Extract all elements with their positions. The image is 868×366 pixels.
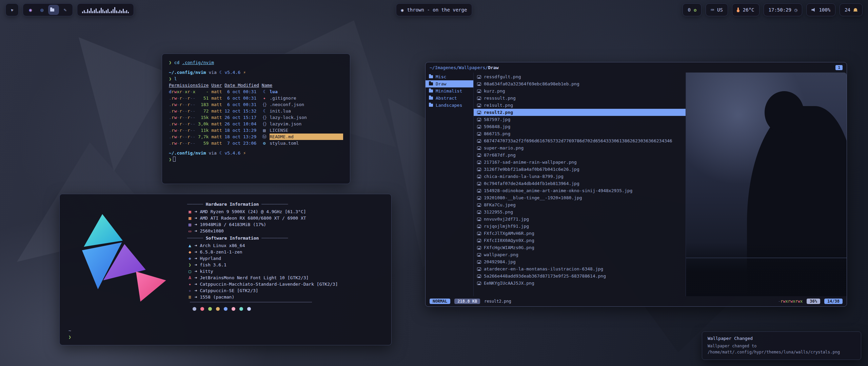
fm-file-row[interactable]: 154928-odinokoe_anime-art-anime-okno-sin… — [474, 187, 686, 194]
lua-version: v5.4.6 — [224, 150, 240, 156]
file-manager-body: Misc Draw Minimalist Abstract — [426, 73, 847, 296]
fm-file-row[interactable]: 19201080-__blue-tinge__-1920×1080.jpg — [474, 194, 686, 201]
image-file-icon — [477, 104, 481, 107]
fetch-section: Software Information ➜Arch Linux x86_64➜… — [187, 235, 338, 300]
visualizer-bar — [84, 10, 85, 13]
media-player-widget[interactable]: ◉ thrown - on the verge — [396, 3, 472, 16]
image-file-icon — [477, 239, 481, 242]
fm-file-row[interactable]: re1sult.png — [474, 102, 686, 109]
clock-widget[interactable]: 17:50:29 ◷ — [764, 3, 803, 16]
filetype-icon — [262, 127, 267, 134]
updates-widget[interactable]: 0 ✿ — [683, 3, 702, 16]
sidebar-folder-item[interactable]: Misc — [426, 73, 473, 80]
fm-file-row[interactable]: 08a634fa02a32364f69ebc86a98eb1eb.png — [474, 80, 686, 87]
file-owner: matt — [211, 88, 222, 95]
temperature-widget[interactable]: 26°C — [732, 3, 760, 16]
image-file-icon — [477, 139, 481, 143]
visualizer-bar — [92, 11, 93, 13]
folder-icon — [429, 75, 433, 78]
visualizer-bar — [104, 11, 105, 13]
image-file-icon — [477, 111, 481, 114]
fm-file-row[interactable]: 5a266e448add93deab367d87173e9f25-6837886… — [474, 272, 686, 280]
arrow-icon: ➜ — [195, 281, 197, 287]
file-permissions: .rw-r--r-- — [169, 140, 195, 146]
fm-file-row[interactable]: 596848.jpg — [474, 123, 686, 130]
image-file-icon — [477, 203, 481, 207]
fm-file-row[interactable]: kurz.png — [474, 87, 686, 95]
file-date: 6 oct 00:31 — [224, 95, 259, 101]
fm-file-row[interactable]: 866715.png — [474, 130, 686, 137]
fm-file-row[interactable]: 20492984.jpg — [474, 258, 686, 265]
sidebar-folder-item[interactable]: Minimalist — [426, 87, 473, 95]
workspace-1[interactable]: ◉ — [25, 5, 36, 15]
info-text: kitty — [200, 268, 213, 274]
palette-dot — [224, 307, 228, 311]
fm-file-row[interactable]: 8FKa7Cu.jpeg — [474, 201, 686, 208]
file-permissions: .rw-r--r-- — [169, 121, 195, 127]
filetype-icon — [262, 95, 267, 101]
section-items: ➜Arch Linux x86_64➜6.5.8-zen1-1-zen➜Hypr… — [187, 242, 338, 300]
music-title: thrown - on the verge — [407, 7, 467, 13]
folder-name: Minimalist — [436, 88, 462, 94]
folder-icon — [429, 97, 433, 100]
visualizer-bar — [128, 12, 129, 13]
file-manager-statusbar: NORMAL 218.8 KB result2.png -rwxrwxrwx 3… — [426, 296, 847, 306]
fm-file-row[interactable]: super-mario.png — [474, 144, 686, 151]
tab-badge[interactable]: 1 — [835, 65, 843, 70]
fm-file-row[interactable]: EeNKYgIUcAAJ5JX.png — [474, 280, 686, 287]
image-file-icon — [477, 189, 481, 192]
fm-file-row[interactable]: FXfcII0X0AQyn9X.png — [474, 237, 686, 244]
info-text: Catppuccin-Macchiato-Standard-Lavender-D… — [200, 281, 338, 287]
info-text: AMD ATI Radeon RX 6800/6800 XT / 6900 XT — [200, 215, 306, 221]
file-owner: matt — [211, 108, 222, 114]
active-prompt[interactable]: ❯ — [169, 156, 343, 163]
fm-file-name: 08a634fa02a32364f69ebc86a98eb1eb.png — [484, 81, 579, 86]
sidebar-folder-item[interactable]: Abstract — [426, 95, 473, 102]
volume-widget[interactable]: 100% — [806, 3, 835, 16]
info-icon — [187, 274, 193, 281]
fm-file-row[interactable]: nnvuv0xj2df71.jpg — [474, 216, 686, 223]
file-name: lazy-lock.json — [270, 114, 343, 121]
arrow-icon: ➜ — [195, 221, 197, 228]
workspace-4[interactable]: ✎ — [60, 5, 71, 15]
workspace-3-active[interactable] — [48, 5, 59, 15]
image-file-icon — [477, 196, 481, 200]
fm-file-name: nnvuv0xj2df71.jpg — [484, 217, 529, 222]
file-row: .rw-r--r-- 51 matt 6 oct 00:31 .gitignor… — [169, 95, 343, 101]
terminal-color-palette — [193, 307, 338, 311]
fm-file-row[interactable]: wallpaper.png — [474, 251, 686, 258]
info-icon — [187, 268, 193, 274]
arrow-icon: ➜ — [195, 215, 197, 221]
fm-file-row[interactable]: resssult.png — [474, 95, 686, 102]
fm-file-row[interactable]: 0c794faf07de24a4db4d4fb1eb813964.jpg — [474, 180, 686, 187]
fm-file-row[interactable]: 3122955.png — [474, 208, 686, 216]
info-text: 6.5.8-zen1-1-zen — [200, 249, 242, 255]
visualizer-bar — [85, 12, 86, 13]
fm-file-row[interactable]: result2.png — [474, 109, 686, 116]
workspace-2[interactable]: ◎ — [37, 5, 47, 15]
section-title: Hardware Information — [206, 202, 259, 207]
launcher-button[interactable]: ➤ — [5, 3, 19, 16]
col-size: Size — [198, 82, 209, 88]
notifications-widget[interactable]: 24 — [840, 3, 863, 16]
fm-file-row[interactable]: 217167-sad-anime-rain-wallpaper.png — [474, 159, 686, 166]
fetch-info-line: ➜Catppuccin-SE [GTK2/3] — [187, 287, 338, 294]
keyboard-layout-widget[interactable]: ⌨ US — [706, 3, 728, 16]
fetch-prompt[interactable]: ~ ❯ — [67, 327, 384, 340]
fm-file-row[interactable]: rsjqojlmjhf91.jpg — [474, 223, 686, 230]
image-file-icon — [477, 260, 481, 264]
notification-toast[interactable]: Wallpaper Changed Wallpaper changed to /… — [702, 331, 861, 360]
fm-file-row[interactable]: FXfcHgcWIAMzs0G.png — [474, 244, 686, 251]
file-owner: matt — [211, 127, 222, 134]
fm-file-row[interactable]: FXfcJlTXgAMvH6R.png — [474, 230, 686, 237]
fm-file-row[interactable]: chica-mirando-la-luna-8799.jpg — [474, 173, 686, 180]
info-icon — [187, 281, 193, 287]
fm-file-row[interactable]: 587597.jpg — [474, 116, 686, 123]
fm-file-row[interactable]: ressdfgult.png — [474, 73, 686, 80]
fm-file-row[interactable]: atardecer-en-la-montanas-ilustracion-634… — [474, 265, 686, 272]
sidebar-folder-item[interactable]: Draw — [426, 80, 473, 87]
fm-file-row[interactable]: 3126f7e9bbf21a8a4af0b67b041c6e26.jpg — [474, 166, 686, 173]
fm-file-row[interactable]: 68747470733a2f2f696d616765732d7769786d70… — [474, 137, 686, 144]
fm-file-row[interactable]: 87r687df.png — [474, 151, 686, 159]
sidebar-folder-item[interactable]: Landscapes — [426, 102, 473, 109]
